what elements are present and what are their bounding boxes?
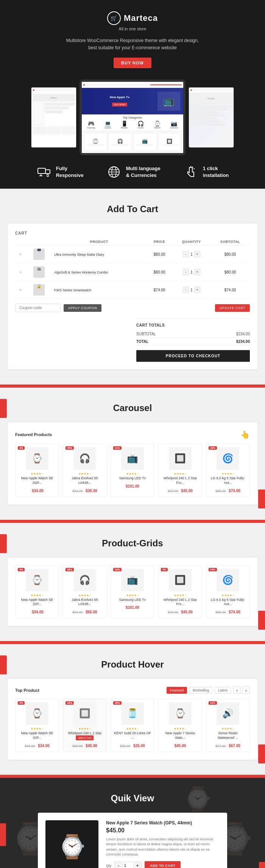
qty-increase[interactable]: + bbox=[194, 269, 200, 275]
product-card: 20% 🌀 ★★★★☆ LG 6.5 kg 5 Star Fully-Aut..… bbox=[206, 444, 250, 497]
svg-rect-4 bbox=[47, 174, 48, 177]
qty-increase-btn[interactable]: + bbox=[134, 862, 141, 868]
carousel-title: Carousel bbox=[8, 403, 257, 413]
tab-featured[interactable]: Featured bbox=[167, 687, 187, 694]
product-card: 🔲 ★★★★☆ Whirlpool 240 L 2 Star Fro... $6… bbox=[158, 444, 202, 497]
product-price: $80.00 bbox=[154, 270, 165, 274]
coupon-input[interactable] bbox=[15, 303, 61, 312]
device-left: Banner bbox=[31, 87, 76, 148]
product-price-row: $97.00 $67.00 bbox=[209, 742, 246, 749]
remove-btn[interactable]: × bbox=[15, 246, 26, 263]
product-stars: ★★★★☆ bbox=[66, 727, 103, 730]
qty-decrease-btn[interactable]: - bbox=[115, 862, 122, 868]
product-stars: ★★★★☆ bbox=[209, 727, 246, 730]
qty-input[interactable] bbox=[122, 863, 134, 868]
carousel-section: Carousel Featured Products 👆 4% ⌚ ★★★★☆ … bbox=[0, 388, 265, 519]
qty-decrease[interactable]: - bbox=[183, 251, 189, 257]
subtotal-value: $234.00 bbox=[236, 332, 250, 336]
brand-name: Marteca bbox=[124, 13, 158, 23]
feature-responsive: FullyResponsive bbox=[36, 164, 84, 180]
product-old-price: $85.00 bbox=[215, 489, 226, 493]
hover-card-header: Top Product Featured Bestselling Latest … bbox=[15, 687, 250, 694]
tab-latest[interactable]: Latest bbox=[215, 687, 231, 694]
buy-now-button[interactable]: BUY NOW bbox=[114, 58, 151, 68]
tab-bestselling[interactable]: Bestselling bbox=[189, 687, 213, 694]
product-image: 🔲 bbox=[73, 702, 96, 725]
quantity-control: - 1 + bbox=[175, 251, 208, 257]
cart-section: Add To Cart CART PRODUCT PRICE QUANTITY … bbox=[0, 189, 265, 385]
logo-icon: 🛒 bbox=[107, 11, 121, 25]
product-price: $36.00 bbox=[86, 489, 97, 493]
cart-row: × 🖥️ Ultra Immunity Sleep Matte Diary $8… bbox=[15, 246, 250, 263]
product-stars: ★★★★☆ bbox=[114, 594, 151, 597]
product-stars: ★★★★☆ bbox=[114, 727, 151, 730]
product-old-price: $54.00 bbox=[72, 489, 83, 493]
product-card: 44% 🔲 Add to Cart ★★★★☆ Whirlpool 240 L … bbox=[63, 699, 107, 752]
product-old-price: $56.00 bbox=[120, 744, 131, 748]
total-label: TOTAL bbox=[136, 339, 148, 344]
next-arrow[interactable]: › bbox=[242, 687, 250, 694]
cart-card: CART PRODUCT PRICE QUANTITY SUBTOTAL × 🖥… bbox=[8, 224, 257, 369]
product-name: New Apple 7 Series Watc... bbox=[162, 731, 199, 740]
add-to-cart-button[interactable]: ADD TO CART bbox=[145, 861, 181, 868]
product-name: Whirlpool 240 L 2 Star Fro... bbox=[162, 476, 199, 485]
product-stars: ★★★★☆ bbox=[162, 472, 199, 475]
quickview-product-price: $45.00 bbox=[106, 827, 220, 834]
hover-card: Top Product Featured Bestselling Latest … bbox=[8, 679, 257, 759]
remove-btn[interactable]: × bbox=[15, 263, 26, 281]
prev-arrow[interactable]: ‹ bbox=[233, 687, 241, 694]
qty-label: Qty bbox=[106, 864, 111, 868]
product-price-row: $56.00 $25.00 bbox=[114, 742, 151, 749]
total-value: $234.00 bbox=[236, 339, 250, 344]
apply-coupon-button[interactable]: APPLY COUPON bbox=[64, 304, 101, 312]
qty-decrease[interactable]: - bbox=[183, 269, 189, 275]
cart-totals: CART TOTALS SUBTOTAL $234.00 TOTAL $234.… bbox=[136, 318, 250, 362]
add-to-cart-overlay[interactable]: Add to Cart bbox=[76, 735, 94, 740]
grids-title: Product-Grids bbox=[8, 538, 257, 549]
col-price: PRICE bbox=[147, 238, 173, 246]
update-cart-button[interactable]: UPDATE CART bbox=[215, 304, 250, 312]
product-stars: ★★★★☆ bbox=[66, 594, 103, 597]
qty-increase[interactable]: + bbox=[194, 287, 200, 293]
device-mockups: Banner bbox=[8, 80, 257, 155]
brand-logo: 🛒 Marteca bbox=[8, 11, 257, 25]
product-stars: ★★★★☆ bbox=[19, 727, 56, 730]
svg-rect-0 bbox=[38, 168, 45, 174]
cart-totals-label: CART TOTALS bbox=[136, 323, 250, 327]
product-subtotal-cell: $80.00 bbox=[210, 246, 250, 263]
product-image: 🔲 bbox=[169, 447, 192, 470]
product-price: $74.00 bbox=[229, 489, 240, 493]
hero-section: 🛒 Marteca All in one store Multistore Wo… bbox=[0, 0, 265, 155]
product-price: $45.00 bbox=[181, 489, 193, 493]
quickview-product-image: ⌚ bbox=[45, 820, 98, 868]
product-old-price: $45.00 bbox=[25, 744, 35, 748]
badge-sale: 33% bbox=[113, 568, 122, 571]
total-row: TOTAL $234.00 bbox=[136, 338, 250, 346]
quickview-product-info: New Apple 7 Series Watch (GPS, 44mm) $45… bbox=[106, 820, 220, 868]
product-price: $34.00 bbox=[38, 744, 50, 748]
badge-sale: 4% bbox=[18, 446, 25, 450]
remove-btn[interactable]: × bbox=[15, 281, 26, 299]
qty-increase[interactable]: + bbox=[194, 251, 200, 257]
featured-header: Featured Products 👆 bbox=[15, 430, 250, 439]
product-image: 🔲 bbox=[169, 569, 192, 591]
qty-decrease[interactable]: - bbox=[183, 287, 189, 293]
product-name: FWS Series Smartwatch bbox=[54, 288, 91, 292]
product-price-cell: $80.00 bbox=[147, 246, 173, 263]
product-old-price: $85.00 bbox=[215, 610, 226, 614]
product-price-row: $45.00 bbox=[162, 742, 199, 749]
grids-card: 4% ⌚ ★★★★☆ New Apple Watch SE (GP... $34… bbox=[8, 558, 257, 626]
product-image: ⌚ bbox=[26, 569, 48, 591]
product-price: $45.00 bbox=[181, 610, 193, 614]
col-remove bbox=[15, 238, 26, 246]
badge-sale: 31% bbox=[209, 701, 217, 705]
product-hover-section: Product Hover Top Product Featured Bests… bbox=[0, 644, 265, 774]
svg-line-9 bbox=[192, 167, 193, 167]
cart-row: × 🖨️ AlgoSoft & Series Monterey Combo $8… bbox=[15, 263, 250, 281]
product-price-row: $45.00 $34.00 bbox=[19, 742, 56, 749]
product-price-row: $60.00 $45.00 bbox=[162, 487, 199, 494]
quickview-modal: ⌚ New Apple 7 Series Watch (GPS, 44mm) $… bbox=[38, 813, 227, 868]
product-image: 🎧 bbox=[73, 447, 96, 470]
product-name: AlgoSoft & Series Monterey Combo bbox=[54, 271, 108, 274]
checkout-button[interactable]: PROCEED TO CHECKOUT bbox=[136, 350, 250, 362]
